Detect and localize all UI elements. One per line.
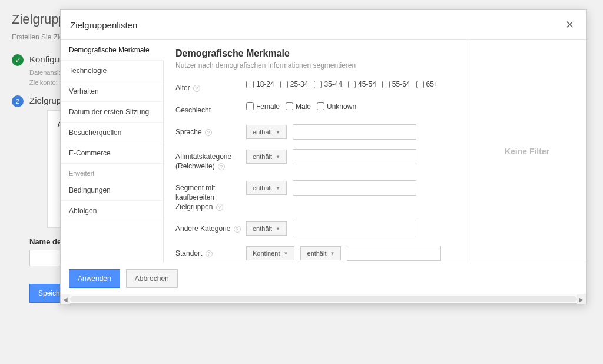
location-operator-select[interactable]: enthält▼ <box>300 246 341 260</box>
check-icon: ✓ <box>12 54 24 66</box>
checkbox[interactable] <box>314 81 322 88</box>
row-other: Andere Kategorie ? enthält▼ <box>175 221 456 236</box>
caret-down-icon: ▼ <box>276 154 280 160</box>
age-65plus[interactable]: 65+ <box>416 80 438 88</box>
gender-male[interactable]: Male <box>286 102 311 111</box>
modal-footer: Anwenden Abbrechen <box>61 263 586 294</box>
scroll-left-icon[interactable]: ◀ <box>61 294 70 304</box>
sidebar-item-demographics[interactable]: Demografische Merkmale <box>61 40 164 61</box>
category-sidebar: Demografische Merkmale Technologie Verha… <box>61 40 164 263</box>
inmarket-value-input[interactable] <box>293 180 416 196</box>
main-panel: Demografische Merkmale Nutzer nach demog… <box>164 40 468 263</box>
location-scope-select[interactable]: Kontinent▼ <box>246 246 294 260</box>
help-icon[interactable]: ? <box>205 129 212 136</box>
caret-down-icon: ▼ <box>276 186 280 191</box>
caret-down-icon: ▼ <box>283 251 288 256</box>
help-icon[interactable]: ? <box>218 163 225 170</box>
gender-unknown[interactable]: Unknown <box>317 102 356 111</box>
other-value-input[interactable] <box>293 221 416 236</box>
row-location: Standort ? Kontinent▼ enthält▼ <box>175 246 456 261</box>
gender-label: Geschlecht <box>175 106 211 114</box>
modal-header: Zielgruppenlisten ✕ <box>61 10 586 40</box>
age-55-64[interactable]: 55-64 <box>382 80 410 88</box>
scroll-track[interactable] <box>70 296 577 302</box>
affinity-operator-select[interactable]: enthält▼ <box>246 150 287 164</box>
panel-title: Demografische Merkmale <box>175 48 456 59</box>
location-value-input[interactable] <box>347 246 441 261</box>
row-age: Alter ? 18-24 25-34 35-44 45-54 55-64 65… <box>175 80 456 93</box>
gender-female[interactable]: Female <box>246 102 280 111</box>
sidebar-item-ecommerce[interactable]: E-Commerce <box>61 143 163 164</box>
caret-down-icon: ▼ <box>330 251 334 256</box>
caret-down-icon: ▼ <box>276 130 280 135</box>
checkbox[interactable] <box>416 81 424 88</box>
help-icon[interactable]: ? <box>234 226 241 233</box>
close-icon[interactable]: ✕ <box>563 18 577 31</box>
sidebar-item-technology[interactable]: Technologie <box>61 61 163 81</box>
language-value-input[interactable] <box>293 124 416 140</box>
modal-cancel-button[interactable]: Abbrechen <box>126 269 178 288</box>
checkbox[interactable] <box>382 81 390 88</box>
sidebar-item-behavior[interactable]: Verhalten <box>61 81 163 102</box>
other-label: Andere Kategorie <box>175 224 230 233</box>
inmarket-label: Segment mit kaufbereiten Zielgruppen <box>175 184 215 210</box>
language-operator-select[interactable]: enthält▼ <box>246 125 287 139</box>
row-gender: Geschlecht Female Male Unknown <box>175 102 456 115</box>
age-35-44[interactable]: 35-44 <box>314 80 342 88</box>
age-45-54[interactable]: 45-54 <box>348 80 376 88</box>
checkbox[interactable] <box>246 102 254 110</box>
row-affinity: Affinitätskategorie (Reichweite) ? enthä… <box>175 149 456 171</box>
age-18-24[interactable]: 18-24 <box>246 80 274 88</box>
caret-down-icon: ▼ <box>276 226 280 231</box>
other-operator-select[interactable]: enthält▼ <box>246 221 287 236</box>
audience-lists-modal: Zielgruppenlisten ✕ Demografische Merkma… <box>60 9 587 304</box>
checkbox[interactable] <box>286 102 293 110</box>
scroll-right-icon[interactable]: ▶ <box>577 294 586 304</box>
checkbox[interactable] <box>246 81 254 88</box>
row-language: Sprache ? enthält▼ <box>175 124 456 140</box>
inmarket-operator-select[interactable]: enthält▼ <box>246 181 287 195</box>
language-label: Sprache <box>175 128 202 136</box>
row-inmarket: Segment mit kaufbereiten Zielgruppen ? e… <box>175 180 456 211</box>
sidebar-item-conditions[interactable]: Bedingungen <box>61 180 163 201</box>
apply-button[interactable]: Anwenden <box>69 269 120 288</box>
sidebar-section-advanced: Erweitert <box>61 164 163 180</box>
step-number-icon: 2 <box>12 95 24 107</box>
checkbox[interactable] <box>317 102 324 110</box>
filters-summary-panel: Keine Filter <box>468 40 586 263</box>
checkbox[interactable] <box>280 81 288 88</box>
checkbox[interactable] <box>348 81 356 88</box>
panel-subtitle: Nutzer nach demografischen Informationen… <box>175 61 456 70</box>
modal-title: Zielgruppenlisten <box>70 20 137 30</box>
help-icon[interactable]: ? <box>206 250 213 257</box>
horizontal-scrollbar[interactable]: ◀ ▶ <box>61 294 586 303</box>
affinity-value-input[interactable] <box>293 149 416 164</box>
location-label: Standort <box>175 249 202 257</box>
sidebar-item-sequences[interactable]: Abfolgen <box>61 201 163 221</box>
help-icon[interactable]: ? <box>193 85 200 92</box>
age-25-34[interactable]: 25-34 <box>280 80 309 88</box>
help-icon[interactable]: ? <box>216 204 223 211</box>
sidebar-item-first-session[interactable]: Datum der ersten Sitzung <box>61 102 163 123</box>
no-filters-text: Keine Filter <box>505 147 549 156</box>
age-label: Alter <box>175 84 190 92</box>
sidebar-item-sources[interactable]: Besucherquellen <box>61 123 163 143</box>
